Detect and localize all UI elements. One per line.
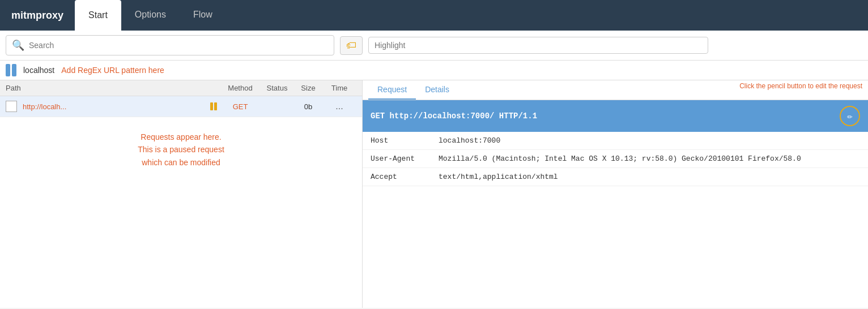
detail-key-useragent: User-Agent	[371, 154, 439, 163]
flow-list-panel: Path Method Status Size Time http://loca…	[0, 80, 363, 308]
highlight-input[interactable]	[375, 41, 702, 50]
detail-val-useragent: Mozilla/5.0 (Macintosh; Intel Mac OS X 1…	[439, 154, 860, 163]
main-content: Path Method Status Size Time http://loca…	[0, 80, 868, 308]
intercept-host: localhost	[23, 66, 54, 75]
search-box: 🔍	[6, 35, 334, 55]
tag-icon[interactable]: 🏷	[340, 36, 363, 55]
request-header-bar: GET http://localhost:7000/ HTTP/1.1 ✏	[363, 100, 868, 132]
detail-row-accept: Accept text/html,application/xhtml	[363, 168, 868, 186]
top-nav-bar: mitmproxy Start Options Flow	[0, 0, 868, 31]
flow-time: ...	[322, 101, 356, 111]
tab-start[interactable]: Start	[75, 0, 121, 31]
detail-row-useragent: User-Agent Mozilla/5.0 (Macintosh; Intel…	[363, 150, 868, 168]
col-header-size: Size	[294, 84, 322, 92]
detail-key-accept: Accept	[371, 173, 439, 181]
intercept-regex-hint[interactable]: Add RegEx URL pattern here	[61, 66, 164, 75]
detail-val-accept: text/html,application/xhtml	[439, 173, 860, 181]
flow-url: http://localh...	[23, 102, 210, 111]
detail-val-host: localhost:7000	[439, 136, 860, 145]
flow-method: GET	[220, 102, 260, 111]
tab-details[interactable]: Details	[416, 80, 458, 100]
tab-flow[interactable]: Flow	[180, 0, 226, 31]
request-headline: GET http://localhost:7000/ HTTP/1.1	[371, 111, 537, 121]
flow-row-checkbox[interactable]	[6, 101, 17, 112]
detail-key-host: Host	[371, 136, 439, 145]
toolbar-row: 🔍 🏷	[0, 31, 868, 61]
col-header-path: Path	[6, 84, 220, 92]
col-header-method: Method	[220, 84, 260, 92]
paused-message: Requests appear here.This is a paused re…	[0, 117, 362, 182]
search-input[interactable]	[29, 41, 328, 50]
request-panel: Request Details Click the pencil button …	[363, 80, 868, 308]
intercept-row: localhost Add RegEx URL pattern here	[0, 61, 868, 80]
flow-paused-icon	[210, 102, 217, 110]
flow-list-item[interactable]: http://localh... GET 0b ...	[0, 96, 362, 117]
app-logo: mitmproxy	[0, 0, 75, 31]
flow-list-header: Path Method Status Size Time	[0, 80, 362, 96]
tab-request[interactable]: Request	[368, 80, 416, 100]
tab-options[interactable]: Options	[121, 0, 180, 31]
col-header-time: Time	[322, 84, 356, 92]
detail-row-host: Host localhost:7000	[363, 132, 868, 150]
flow-size: 0b	[294, 102, 322, 111]
edit-hint: Click the pencil button to edit the requ…	[739, 81, 862, 91]
highlight-box	[368, 37, 708, 54]
request-details: Host localhost:7000 User-Agent Mozilla/5…	[363, 132, 868, 186]
pause-button[interactable]	[6, 64, 16, 76]
pencil-edit-button[interactable]: ✏	[840, 106, 860, 126]
search-icon: 🔍	[12, 39, 24, 52]
col-header-status: Status	[260, 84, 294, 92]
